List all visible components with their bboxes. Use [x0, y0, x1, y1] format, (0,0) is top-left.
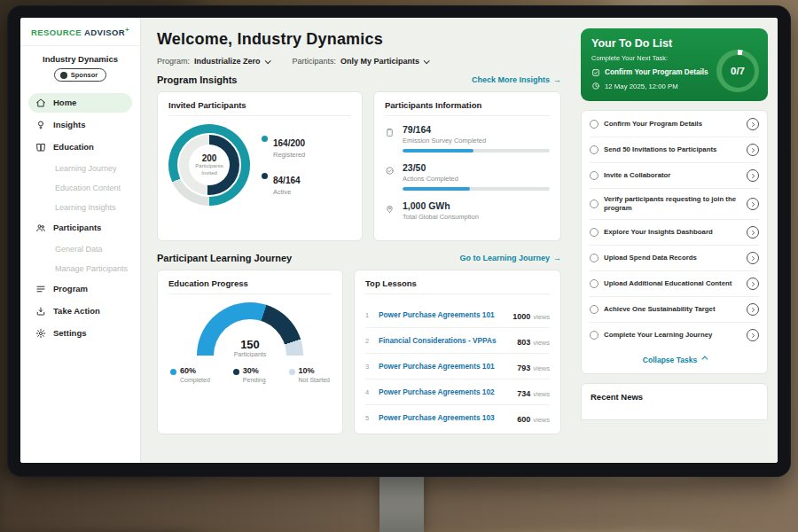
task-row[interactable]: Complete Your Learning Journey [590, 323, 759, 348]
task-row[interactable]: Explore Your Insights Dashboard [590, 220, 759, 246]
sidebar-item-general-data[interactable]: General Data [28, 240, 132, 258]
sidebar-item-settings[interactable]: Settings [28, 324, 132, 343]
gauge-center-label: Participants [197, 351, 303, 357]
logo-plus: + [125, 27, 129, 33]
chevron-right-icon[interactable] [747, 198, 759, 210]
sidebar-item-program[interactable]: Program [28, 279, 132, 299]
sidebar-item-participants[interactable]: Participants [28, 218, 132, 238]
donut-center-label: Participants Invited [193, 163, 225, 176]
stat-actions-completed: 23/50 Actions Completed [385, 162, 550, 191]
task-row[interactable]: Verify participants requesting to join t… [590, 189, 759, 220]
section-title-program-insights: Program Insights [157, 74, 237, 85]
legend-value: 60% [180, 366, 196, 375]
donut-legend: 164/200 Registered 84/164 Active [262, 134, 305, 196]
collapse-tasks-link[interactable]: Collapse Tasks [590, 348, 759, 370]
progress-bar [403, 187, 550, 191]
lesson-row: 3 Power Purchase Agreements 101 793views [365, 354, 550, 379]
todo-subtitle: Complete Your Next Task: [591, 54, 709, 62]
participants-filter[interactable]: Participants: Only My Participants [293, 57, 429, 66]
legend-value: 164/200 [273, 138, 305, 148]
task-checkbox[interactable] [590, 200, 598, 208]
legend-item-registered: 164/200 Registered [262, 134, 305, 159]
stat-global-consumption: 1,000 GWh Total Global Consumption [385, 200, 550, 221]
legend-label: Registered [273, 151, 305, 159]
task-row[interactable]: Achieve One Sustainability Target [590, 297, 759, 323]
journey-cards-row: Education Progress 150 Participants 60% … [157, 270, 561, 434]
stat-label: Emission Survey Completed [403, 137, 550, 145]
card-title: Invited Participants [168, 100, 351, 116]
sidebar-item-learning-insights[interactable]: Learning Insights [28, 199, 132, 216]
chevron-right-icon[interactable] [747, 169, 759, 182]
chevron-down-icon [424, 58, 430, 64]
sidebar-item-education-content[interactable]: Education Content [28, 179, 132, 197]
download-action-icon [35, 306, 46, 317]
chevron-right-icon[interactable] [747, 144, 759, 156]
chevron-right-icon[interactable] [747, 303, 759, 316]
task-checkbox[interactable] [590, 228, 598, 237]
task-row[interactable]: Upload Additional Educational Content [590, 271, 759, 297]
lesson-link[interactable]: Power Purchase Agreements 101 [379, 310, 506, 319]
insights-cards-row: Invited Participants 200 Participants In… [157, 91, 561, 241]
todo-due-date: 12 May 2025, 12:00 PM [605, 82, 678, 90]
book-icon [35, 142, 46, 153]
lesson-link[interactable]: Power Purchase Agreements 103 [379, 413, 511, 422]
page-title: Welcome, Industry Dynamics [157, 30, 561, 49]
legend-item-not-started: 10% Not Started [289, 366, 330, 383]
legend-value: 84/164 [273, 176, 301, 185]
task-checkbox[interactable] [590, 305, 598, 314]
task-row[interactable]: Send 50 Invitations to Participants [590, 137, 759, 163]
filters-row: Program: Industrialize Zero Participants… [157, 57, 561, 66]
check-square-icon [591, 68, 600, 77]
check-circle-icon [385, 163, 395, 174]
task-checkbox[interactable] [590, 145, 598, 154]
logo-text-resource: RESOURCE [31, 27, 82, 37]
lesson-link[interactable]: Power Purchase Agreements 101 [379, 362, 511, 371]
sidebar-item-manage-participants[interactable]: Manage Participants [28, 260, 132, 278]
sidebar-item-learning-journey[interactable]: Learning Journey [28, 160, 132, 177]
program-filter[interactable]: Program: Industrialize Zero [157, 57, 270, 66]
stat-value: 23/50 [403, 162, 550, 173]
task-checkbox[interactable] [590, 331, 598, 340]
chevron-right-icon[interactable] [747, 329, 759, 341]
card-title: Participants Information [385, 100, 550, 116]
chevron-right-icon[interactable] [747, 226, 759, 239]
chevron-right-icon[interactable] [747, 278, 759, 290]
sidebar-item-label: Participants [53, 223, 101, 232]
task-row[interactable]: Confirm Your Program Details [590, 112, 759, 137]
monitor-bezel: RESOURCEADVISOR+ Industry Dynamics Spons… [7, 5, 791, 477]
task-checkbox[interactable] [590, 279, 598, 288]
task-row[interactable]: Invite a Collaborator [590, 163, 759, 189]
legend-label: Pending [243, 377, 266, 383]
legend-dot [262, 136, 268, 142]
lesson-view-unit: views [533, 364, 550, 372]
todo-next-task-row: Confirm Your Program Details [591, 68, 709, 77]
task-checkbox[interactable] [590, 171, 598, 180]
gauge-legend: 60% Completed 30% Pending 10% Not Starte… [168, 366, 332, 383]
chevron-right-icon[interactable] [747, 118, 759, 130]
education-progress-card: Education Progress 150 Participants 60% … [157, 270, 343, 434]
home-icon [35, 98, 46, 108]
task-label: Verify participants requesting to join t… [604, 195, 741, 213]
lesson-rank: 5 [365, 414, 372, 422]
task-row[interactable]: Upload Spend Data Records [590, 246, 759, 271]
chevron-down-icon [264, 58, 270, 64]
legend-item-pending: 30% Pending [233, 366, 266, 383]
legend-dot [170, 369, 176, 375]
task-label: Explore Your Insights Dashboard [604, 228, 741, 237]
task-label: Complete Your Learning Journey [604, 331, 741, 340]
sponsor-badge[interactable]: Sponsor [54, 68, 106, 82]
sidebar-item-insights[interactable]: Insights [28, 115, 132, 135]
recent-news-header[interactable]: Recent News [581, 383, 768, 420]
sidebar-item-home[interactable]: Home [28, 93, 132, 113]
lesson-link[interactable]: Power Purchase Agreements 102 [379, 387, 511, 396]
go-to-learning-journey-link[interactable]: Go to Learning Journey → [459, 254, 561, 262]
card-title: Top Lessons [365, 278, 550, 294]
task-checkbox[interactable] [590, 120, 598, 129]
sidebar-item-take-action[interactable]: Take Action [28, 301, 132, 321]
sidebar-item-education[interactable]: Education [28, 137, 132, 157]
link-label: Check More Insights [472, 75, 550, 84]
check-more-insights-link[interactable]: Check More Insights → [472, 75, 561, 84]
chevron-right-icon[interactable] [747, 252, 759, 264]
lesson-link[interactable]: Financial Considerations - VPPAs [379, 336, 511, 345]
task-checkbox[interactable] [590, 254, 598, 262]
